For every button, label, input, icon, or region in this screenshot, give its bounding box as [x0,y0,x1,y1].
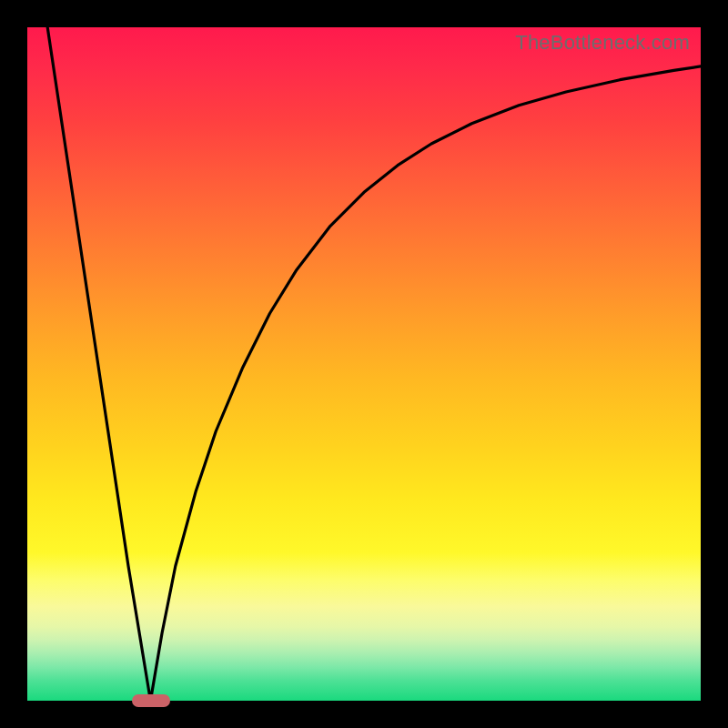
plot-area: TheBottleneck.com [27,27,701,701]
chart-frame: TheBottleneck.com [0,0,728,728]
curve-path [47,27,701,701]
optimum-marker [132,694,170,707]
bottleneck-curve [27,27,701,701]
